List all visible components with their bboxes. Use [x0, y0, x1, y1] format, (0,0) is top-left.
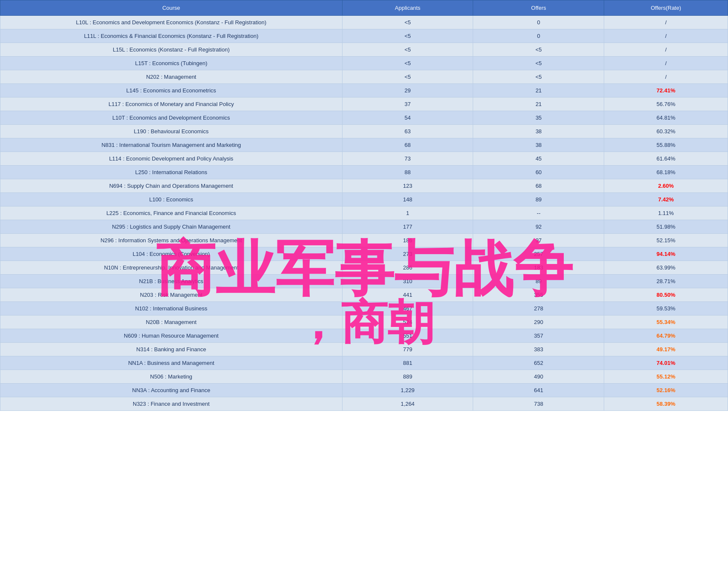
cell-rate: 94.14%	[604, 247, 728, 261]
cell-course: N314 : Banking and Finance	[0, 343, 343, 356]
cell-rate: 56.76%	[604, 98, 728, 111]
cell-offers: 38	[473, 125, 604, 138]
cell-course: N21B : Business Analytics	[0, 275, 343, 288]
cell-offers: 89	[473, 275, 604, 288]
cell-course: L100 : Economics	[0, 193, 343, 206]
cell-applicants: 73	[342, 152, 473, 166]
cell-rate: /	[604, 57, 728, 70]
cell-offers: 490	[473, 370, 604, 384]
cell-course: N323 : Finance and Investment	[0, 397, 343, 411]
cell-offers: 738	[473, 397, 604, 411]
cell-rate: 58.39%	[604, 397, 728, 411]
cell-offers: 38	[473, 138, 604, 152]
cell-course: L10T : Economics and Development Economi…	[0, 111, 343, 125]
table-row: N20B : Management52429055.34%	[0, 315, 728, 329]
table-row: N609 : Human Resource Management55135764…	[0, 329, 728, 343]
cell-applicants: 310	[342, 275, 473, 288]
cell-course: L225 : Economics, Finance and Financial …	[0, 206, 343, 220]
cell-rate: 64.81%	[604, 111, 728, 125]
cell-offers: 355	[473, 288, 604, 302]
cell-offers: --	[473, 206, 604, 220]
main-container: Course Applicants Offers Offers(Rate) L1…	[0, 0, 728, 411]
cell-offers: 89	[473, 193, 604, 206]
cell-applicants: 186	[342, 234, 473, 247]
cell-rate: 55.88%	[604, 138, 728, 152]
cell-course: N295 : Logistics and Supply Chain Manage…	[0, 220, 343, 234]
table-row: L11L : Economics & Financial Economics (…	[0, 29, 728, 43]
cell-offers: 21	[473, 98, 604, 111]
cell-rate: 49.17%	[604, 343, 728, 356]
cell-offers: 290	[473, 315, 604, 329]
cell-applicants: 68	[342, 138, 473, 152]
cell-rate: 28.71%	[604, 275, 728, 288]
cell-offers: 21	[473, 84, 604, 98]
table-row: L114 : Economic Development and Policy A…	[0, 152, 728, 166]
cell-course: L15T : Economics (Tubingen)	[0, 57, 343, 70]
table-row: N10N : Entrepreneurship, Innovation and …	[0, 261, 728, 275]
header-offers: Offers	[473, 0, 604, 16]
table-row: L15T : Economics (Tubingen)<5<5/	[0, 57, 728, 70]
cell-applicants: 1,229	[342, 384, 473, 397]
cell-offers: <5	[473, 57, 604, 70]
cell-rate: 80.50%	[604, 288, 728, 302]
table-row: L250 : International Relations886068.18%	[0, 166, 728, 179]
cell-applicants: <5	[342, 16, 473, 29]
table-header-row: Course Applicants Offers Offers(Rate)	[0, 0, 728, 16]
cell-offers: 257	[473, 247, 604, 261]
cell-rate: 55.34%	[604, 315, 728, 329]
cell-rate: 63.99%	[604, 261, 728, 275]
cell-offers: 60	[473, 166, 604, 179]
cell-applicants: 177	[342, 220, 473, 234]
cell-applicants: 881	[342, 356, 473, 370]
cell-rate: 2.60%	[604, 179, 728, 193]
cell-rate: 52.15%	[604, 234, 728, 247]
cell-applicants: 54	[342, 111, 473, 125]
cell-offers: <5	[473, 70, 604, 84]
cell-offers: 97	[473, 234, 604, 247]
data-table: Course Applicants Offers Offers(Rate) L1…	[0, 0, 728, 411]
table-row: NN1A : Business and Management88165274.0…	[0, 356, 728, 370]
table-body: L10L : Economics and Development Economi…	[0, 16, 728, 411]
cell-applicants: 551	[342, 329, 473, 343]
cell-course: N202 : Management	[0, 70, 343, 84]
table-row: N694 : Supply Chain and Operations Manag…	[0, 179, 728, 193]
cell-applicants: 524	[342, 315, 473, 329]
cell-course: N20B : Management	[0, 315, 343, 329]
cell-course: L104 : Economics (Conversion)	[0, 247, 343, 261]
cell-applicants: 1	[342, 206, 473, 220]
cell-offers: 383	[473, 343, 604, 356]
table-row: N102 : International Business46727859.53…	[0, 302, 728, 315]
cell-offers: 278	[473, 302, 604, 315]
table-row: L190 : Behavioural Economics633860.32%	[0, 125, 728, 138]
cell-rate: 74.01%	[604, 356, 728, 370]
cell-offers: 641	[473, 384, 604, 397]
cell-applicants: 37	[342, 98, 473, 111]
cell-offers: 45	[473, 152, 604, 166]
cell-offers: <5	[473, 43, 604, 57]
cell-rate: 51.98%	[604, 220, 728, 234]
header-applicants: Applicants	[342, 0, 473, 16]
cell-applicants: 286	[342, 261, 473, 275]
table-row: N323 : Finance and Investment1,26473858.…	[0, 397, 728, 411]
table-row: N21B : Business Analytics3108928.71%	[0, 275, 728, 288]
table-row: L10T : Economics and Development Economi…	[0, 111, 728, 125]
cell-applicants: <5	[342, 70, 473, 84]
table-row: L145 : Economics and Econometrics292172.…	[0, 84, 728, 98]
cell-applicants: 779	[342, 343, 473, 356]
cell-rate: 7.42%	[604, 193, 728, 206]
cell-course: N296 : Information Systems and Operation…	[0, 234, 343, 247]
cell-applicants: 1,264	[342, 397, 473, 411]
cell-rate: 64.79%	[604, 329, 728, 343]
table-row: L15L : Economics (Konstanz - Full Regist…	[0, 43, 728, 57]
cell-rate: /	[604, 70, 728, 84]
cell-applicants: <5	[342, 43, 473, 57]
cell-course: N694 : Supply Chain and Operations Manag…	[0, 179, 343, 193]
cell-rate: 68.18%	[604, 166, 728, 179]
table-row: N203 : Risk Management44135580.50%	[0, 288, 728, 302]
cell-rate: 52.16%	[604, 384, 728, 397]
cell-rate: /	[604, 29, 728, 43]
cell-offers: 183	[473, 261, 604, 275]
cell-course: L190 : Behavioural Economics	[0, 125, 343, 138]
table-row: N202 : Management<5<5/	[0, 70, 728, 84]
cell-course: N10N : Entrepreneurship, Innovation and …	[0, 261, 343, 275]
